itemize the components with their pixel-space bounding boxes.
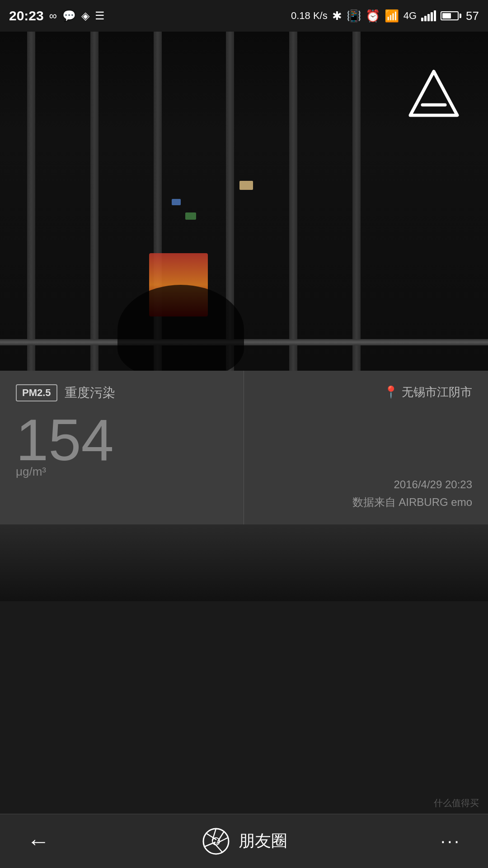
alarm-icon: ⏰	[366, 9, 380, 23]
message-icon: 💬	[62, 9, 76, 22]
wifi-icon: 📶	[385, 9, 399, 23]
weibo-icon: ◈	[81, 9, 89, 22]
pollution-level: 重度污染	[65, 384, 115, 401]
aqi-value: 154	[16, 410, 228, 469]
data-speed: 0.18 K/s	[291, 10, 328, 22]
watermark: 什么值得买	[434, 797, 479, 809]
camera-shutter-icon	[202, 828, 230, 855]
nav-center: 朋友圈	[202, 828, 287, 855]
location-pin-icon: 📍	[384, 385, 398, 399]
more-button[interactable]: ···	[441, 831, 461, 851]
app-logo	[407, 68, 461, 122]
data-source: 数据来自 AIRBURG emo	[352, 494, 472, 511]
photo-background	[0, 32, 488, 371]
date-text: 2016/4/29 20:23	[352, 476, 472, 493]
status-time: 20:23	[9, 8, 44, 24]
hand-overlay	[117, 285, 244, 371]
city-light	[239, 181, 253, 190]
battery-indicator	[441, 11, 461, 20]
city-light	[185, 212, 196, 220]
infinity-icon: ∞	[49, 9, 57, 22]
svg-marker-0	[410, 71, 457, 115]
svg-point-2	[203, 829, 229, 854]
info-left-panel: PM2.5 重度污染 154 μg/m³	[0, 371, 244, 524]
battery-percent: 57	[466, 9, 479, 23]
bottom-nav: ← 朋友圈 ···	[0, 814, 488, 868]
horizontal-bar	[0, 339, 488, 345]
bluetooth-icon: ✱	[332, 9, 342, 23]
pm-badge-row: PM2.5 重度污染	[16, 384, 228, 401]
info-right-panel: 📍 无锡市江阴市 2016/4/29 20:23 数据来自 AIRBURG em…	[244, 371, 488, 524]
signal-bars	[421, 10, 436, 21]
status-bar: 20:23 ∞ 💬 ◈ ☰ 0.18 K/s ✱ 📳 ⏰ 📶 4G 57	[0, 0, 488, 32]
pm-badge: PM2.5	[16, 384, 57, 401]
vibrate-icon: 📳	[347, 9, 361, 23]
date-info: 2016/4/29 20:23 数据来自 AIRBURG emo	[352, 476, 472, 511]
menu-icon: ☰	[95, 9, 105, 22]
back-button[interactable]: ←	[27, 828, 50, 854]
svg-point-9	[212, 838, 220, 845]
location-text: 无锡市江阴市	[402, 384, 472, 400]
network-type: 4G	[404, 10, 417, 22]
window-bar	[27, 32, 35, 371]
nav-title: 朋友圈	[239, 830, 287, 852]
city-light	[172, 199, 181, 205]
window-bar	[352, 32, 361, 371]
photo-area	[0, 32, 488, 371]
window-bar	[90, 32, 99, 371]
location-row: 📍 无锡市江阴市	[384, 384, 472, 400]
dark-strip	[0, 524, 488, 601]
info-panel: PM2.5 重度污染 154 μg/m³ 📍 无锡市江阴市 2016/4/29 …	[0, 371, 488, 524]
window-bar	[289, 32, 297, 371]
